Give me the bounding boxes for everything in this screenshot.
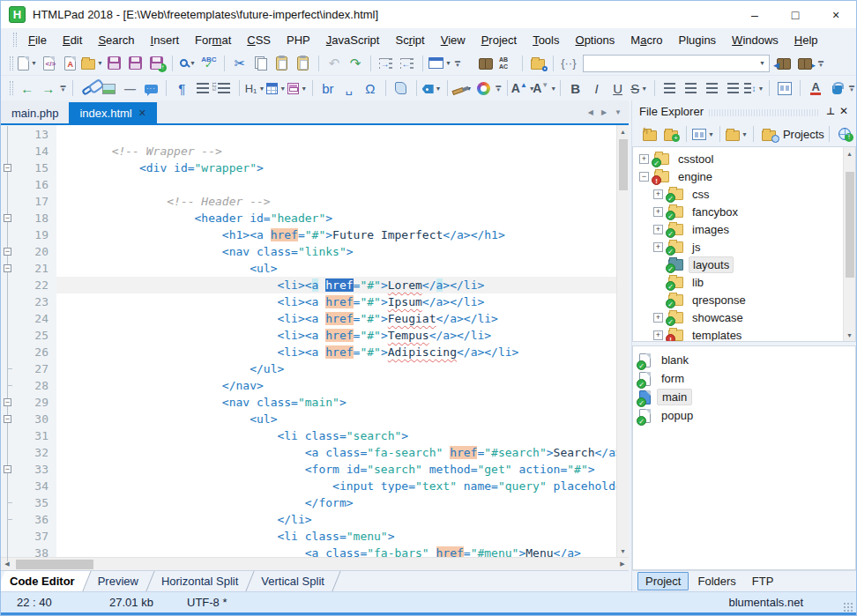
paste-as-text-icon[interactable] [294,54,313,73]
code-line-37[interactable]: <li class="menu"> [56,528,616,545]
scroll-thumb[interactable] [846,172,854,278]
explorer-tab-folders[interactable]: Folders [690,573,742,590]
fold-marker[interactable]: − [1,210,15,226]
scroll-up-icon[interactable]: ▲ [846,147,853,160]
projects-label[interactable]: Projects [783,128,824,141]
bullet-list-icon[interactable] [193,78,212,98]
expander-icon[interactable]: + [653,225,663,234]
tree-item-images[interactable]: +✓images [633,220,843,238]
code-line-21[interactable]: <ul> [56,260,616,277]
panel-close-icon[interactable]: ✕ [837,105,851,117]
menu-format[interactable]: Format [187,31,239,49]
menu-javascript[interactable]: JavaScript [318,31,388,49]
code-line-23[interactable]: <li><a href="#">Ipsum</a></li> [56,293,616,310]
redo-icon[interactable]: ↷ [346,54,365,73]
close-button[interactable]: × [816,1,856,28]
code-line-17[interactable]: <!-- Header --> [56,193,616,210]
menu-windows[interactable]: Windows [724,31,786,49]
format-painter-icon[interactable]: ▼ [452,78,472,98]
menu-macro[interactable]: Macro [622,31,670,49]
projects-icon[interactable] [759,124,779,144]
expander-icon[interactable]: + [653,189,663,199]
code-line-20[interactable]: <nav class="links"> [56,243,616,260]
maximize-button[interactable]: □ [775,1,816,28]
open-folder-icon[interactable]: ▼ [81,54,103,73]
file-item-blank[interactable]: ✓blank [633,351,855,369]
insert-image-icon[interactable] [99,78,118,98]
code-line-31[interactable]: <li class="search"> [56,427,616,444]
file-item-main[interactable]: ✓main [633,388,855,406]
bold-icon[interactable]: B [566,78,585,98]
search-combo-input[interactable]: ▼ [583,55,770,72]
tab-scroll-left-icon[interactable]: ◀ [588,108,593,116]
font-size-increase-icon[interactable]: A▲▼ [513,78,533,98]
fold-marker[interactable]: − [1,461,15,478]
expander-icon[interactable]: − [639,172,649,182]
minimize-button[interactable]: – [734,1,775,28]
expander-icon[interactable]: + [639,154,649,164]
font-color-icon[interactable]: A [806,78,825,98]
tree-item-css[interactable]: +✓css [633,185,843,203]
code-line-29[interactable]: <nav class="main"> [56,394,616,411]
scroll-right-icon[interactable]: ▶ [616,558,629,570]
menu-script[interactable]: Script [387,31,432,49]
browser-preview-icon[interactable]: ▼ [428,54,451,73]
tab-scroll-right-icon[interactable]: ▶ [601,108,607,116]
color-picker-icon[interactable] [473,78,493,98]
code-line-16[interactable] [56,176,616,193]
resize-grip[interactable] [844,603,853,612]
insert-br-icon[interactable]: br [318,78,338,98]
new-document-icon[interactable]: ▼ [18,54,37,73]
heading-icon[interactable]: H₁▼ [245,78,265,98]
italic-icon[interactable]: I [587,78,607,98]
code-line-14[interactable]: <!-- Wrapper --> [56,143,616,160]
code-line-15[interactable]: <div id="wrapper"> [56,160,616,176]
align-right-icon[interactable] [702,78,721,98]
paragraph-icon[interactable]: ¶ [172,78,191,98]
scroll-up-icon[interactable]: ▲ [617,125,630,137]
expander-icon[interactable]: + [653,242,663,252]
code-line-28[interactable]: </nav> [56,377,616,394]
tree-item-fancybox[interactable]: +✓fancybox [633,203,843,220]
code-line-38[interactable]: <a class="fa-bars" href="#menu">Menu</a> [56,545,616,557]
paragraph-style-icon[interactable] [775,78,794,98]
menu-css[interactable]: CSS [239,31,279,49]
folder-menu-icon[interactable]: ▼ [726,124,748,144]
code-line-18[interactable]: <header id="header"> [56,210,616,226]
menu-edit[interactable]: Edit [55,31,90,49]
view-tab-code-editor[interactable]: Code Editor [1,571,89,591]
fold-marker[interactable]: − [1,260,15,277]
code-snippets-icon[interactable]: {··} [559,54,578,73]
code-line-32[interactable]: <a class="fa-search" href="#search">Sear… [56,444,616,461]
menu-plugins[interactable]: Plugins [670,31,724,49]
expander-icon[interactable]: + [653,207,663,217]
menu-help[interactable]: Help [786,31,826,49]
editor-vertical-scrollbar[interactable]: ▲ ▼ [616,125,629,557]
menu-search[interactable]: Search [90,31,142,49]
editor-horizontal-scrollbar[interactable]: ◀ ▶ [1,557,629,570]
parent-folder-icon[interactable]: ↰ [640,124,660,144]
code-line-34[interactable]: <input type="text" name="query" placehol… [56,478,616,494]
align-center-icon[interactable] [681,78,700,98]
menu-project[interactable]: Project [473,31,525,49]
view-tab-horizontal-split[interactable]: Horizontal Split [153,571,252,591]
tree-item-lib[interactable]: ✓lib [633,273,843,291]
menu-insert[interactable]: Insert [143,31,188,49]
justify-icon[interactable] [723,78,742,98]
code-line-30[interactable]: <ul> [56,411,616,427]
menu-view[interactable]: View [433,31,473,49]
menu-options[interactable]: Options [568,31,623,49]
insert-horizontal-rule-icon[interactable]: — [120,78,139,98]
indent-icon[interactable] [376,54,396,73]
cut-icon[interactable]: ✂ [230,54,250,73]
tree-item-showcase[interactable]: +✓showcase [633,308,843,326]
code-line-27[interactable]: </ul> [56,360,616,377]
tree-item-templates[interactable]: +!templates [633,326,843,341]
toolbar-overflow-icon[interactable]: ▬▼ [59,79,68,97]
tab-list-icon[interactable]: ▼ [615,108,622,116]
save-all-icon[interactable] [126,54,145,73]
tree-scrollbar[interactable]: ▲ ▼ [843,147,855,341]
expander-icon[interactable]: + [653,330,663,340]
menu-php[interactable]: PHP [279,31,318,49]
code-line-19[interactable]: <h1><a href="#">Future Imperfect</a></h1… [56,226,616,243]
